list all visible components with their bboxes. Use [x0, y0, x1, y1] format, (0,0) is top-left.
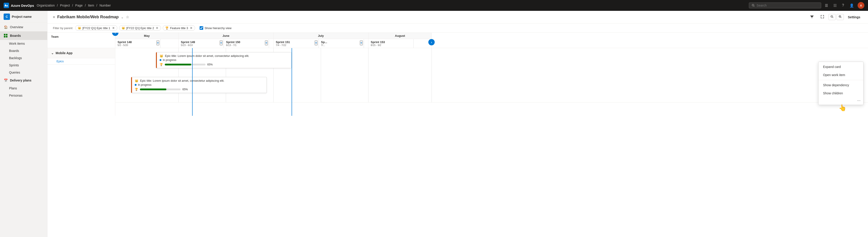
breadcrumb-number[interactable]: Number [99, 4, 111, 7]
sprints-row-august: Sprint 153 8/15 - 9/2 [368, 39, 432, 48]
sidebar-item-boards[interactable]: Boards [0, 31, 47, 40]
filter-tag-2[interactable]: 👑 [FY22 Q1] Epic title 2 ✕ [119, 25, 161, 31]
svg-line-2 [754, 6, 754, 6]
user-button[interactable]: 👤 [848, 2, 856, 8]
sprint-151: Sprint 151 7/4 - 7/22 + [274, 39, 319, 48]
chevron-down-icon[interactable]: ⌄ [121, 15, 124, 19]
sprint-150-add-button[interactable]: + [265, 40, 268, 45]
expand-button[interactable] [818, 13, 827, 21]
team-sub-label-epics: Epics [48, 58, 115, 65]
epic-card-2-title: 👑 Epic title: Lorem ipsum dolor sit amet… [135, 79, 264, 82]
sidebar-item-plans[interactable]: Plans [0, 84, 47, 92]
context-menu-expand-card[interactable]: Expand card [818, 63, 863, 71]
hierarchy-toggle[interactable]: Show hierarchy view [199, 26, 231, 30]
sidebar-item-overview[interactable]: 🏠 Overview [0, 23, 47, 31]
sprint-150-dates: 6/13 - 7/1 [226, 44, 267, 46]
month-label-may: May [115, 33, 178, 39]
sprint-152-add-button[interactable]: + [360, 40, 363, 45]
status-dot-1 [160, 59, 161, 61]
svg-rect-3 [4, 34, 5, 35]
hierarchy-checkbox[interactable] [199, 26, 203, 30]
breadcrumb-page[interactable]: Page [75, 4, 83, 7]
sidebar-item-sprints[interactable]: Sprints [0, 62, 47, 69]
filter-icon [810, 15, 814, 19]
avatar[interactable]: A [858, 2, 864, 9]
help-button[interactable]: ? [840, 2, 846, 8]
sprint-148-add-button[interactable]: + [156, 40, 159, 45]
sidebar-item-boards-sub[interactable]: Boards [0, 47, 47, 55]
next-month-button[interactable]: › [428, 39, 435, 45]
apps-button[interactable]: ☷ [832, 2, 838, 8]
month-may: ‹ May Sprint 148 5/2 - 5/20 + [115, 33, 179, 48]
filter-tag-1[interactable]: 👑 [FY22 Q1] Epic title 1 ✕ [75, 25, 117, 31]
context-menu-show-dependency[interactable]: Show dependency [818, 81, 863, 89]
sprint-148-name: Sprint 148 [118, 40, 158, 44]
settings-button[interactable]: Settings [846, 14, 863, 20]
crown-icon-2: 👑 [122, 26, 125, 30]
sprint-151-dates: 7/4 - 7/22 [276, 44, 316, 46]
sidebar: C Project name 🏠 Overview Boards Work it… [0, 11, 48, 237]
team-chevron-icon[interactable]: ⌄ [51, 51, 54, 55]
epic-card-1-progress: 🏆 65% [160, 63, 289, 66]
filter-tag-3[interactable]: 🏆 Feature title 3 ✕ [163, 25, 195, 31]
breadcrumb-item[interactable]: Item [88, 4, 94, 7]
filter-tag-label-1: [FY22 Q1] Epic title 1 [83, 26, 110, 30]
zoom-in-button[interactable] [837, 14, 844, 20]
sprint-153-name: Sprint 153 [371, 40, 411, 44]
month-label-june: June today [179, 33, 273, 39]
sidebar-item-work-items[interactable]: Work items [0, 40, 47, 47]
filter-by-parent-label: Filter by parent [53, 26, 72, 30]
epic-card-1[interactable]: 👑 Epic title: Lorem ipsum dolor sit amet… [156, 52, 291, 68]
azure-devops-icon [4, 3, 9, 8]
sprint-148-dates: 5/2 - 5/20 [118, 44, 158, 46]
project-header[interactable]: C Project name [0, 11, 47, 23]
month-july: July FY 2023 Q1 Start Sprint 151 7/4 - 7… [274, 33, 368, 48]
filter-tag-close-2[interactable]: ✕ [156, 26, 158, 30]
sidebar-item-label-overview: Overview [10, 25, 23, 29]
filter-bar: Filter by parent 👑 [FY22 Q1] Epic title … [48, 24, 868, 33]
sidebar-item-queries[interactable]: Queries [0, 69, 47, 76]
epic-card-2[interactable]: 👑 Epic title: Lorem ipsum dolor sit amet… [131, 77, 267, 93]
cursor-pointer: 👆 [839, 104, 846, 111]
app-logo[interactable]: Azure DevOps [4, 3, 34, 8]
breadcrumb-project[interactable]: Project [60, 4, 70, 7]
svg-rect-0 [4, 3, 9, 8]
breadcrumb-org[interactable]: Organization [37, 4, 55, 7]
sidebar-item-label-backlogs: Backlogs [9, 56, 22, 60]
sidebar-item-backlogs[interactable]: Backlogs [0, 55, 47, 62]
search-box[interactable] [749, 2, 821, 8]
zoom-out-button[interactable] [829, 14, 836, 20]
filter-tag-close-3[interactable]: ✕ [190, 26, 193, 30]
timeline-area: Team ‹ May Sprint 148 5/2 - 5/20 + [48, 33, 868, 237]
context-menu-more-button[interactable]: ··· [818, 97, 863, 104]
today-vertical-line [192, 48, 193, 116]
sidebar-item-personas[interactable]: Personas [0, 92, 47, 99]
epic-card-2-progress: 🏆 65% [135, 88, 264, 91]
svg-rect-4 [6, 34, 7, 35]
month-august: August Sprint 153 8/15 - 9/2 › [368, 33, 432, 48]
sprint-151-add-button[interactable]: + [315, 40, 318, 45]
filter-tag-close-1[interactable]: ✕ [112, 26, 115, 30]
sprint-151-name: Sprint 151 [276, 40, 316, 44]
filter-button[interactable] [808, 13, 816, 21]
progress-bar-fill-2 [140, 89, 166, 90]
context-menu-open-work-item[interactable]: Open work item [818, 71, 863, 79]
list-view-button[interactable]: ☰ [823, 2, 830, 8]
team-name-mobile-app: Mobile App [56, 51, 72, 55]
month-label-august: August [368, 33, 432, 39]
progress-pct-1: 65% [207, 63, 213, 66]
favorite-star-icon[interactable]: ☆ [126, 15, 129, 19]
sidebar-item-delivery-plans[interactable]: 📅 Delivery plans [0, 76, 47, 84]
sprint-149-add-button[interactable]: + [220, 40, 223, 45]
sprint-153: Sprint 153 8/15 - 9/2 [368, 39, 414, 48]
sidebar-item-label-personas: Personas [9, 94, 22, 97]
context-menu-show-children[interactable]: Show children [818, 89, 863, 97]
progress-trophy-icon-1: 🏆 [160, 63, 163, 66]
search-input[interactable] [756, 4, 818, 7]
progress-trophy-icon-2: 🏆 [135, 88, 138, 91]
overview-icon: 🏠 [4, 25, 8, 29]
gantt-aug-cell [368, 48, 432, 102]
context-menu: Expand card Open work item Show dependen… [818, 62, 864, 105]
status-dot-2 [135, 84, 136, 86]
sprints-row-july: Sprint 151 7/4 - 7/22 + Sp... 7/... + [274, 39, 368, 48]
